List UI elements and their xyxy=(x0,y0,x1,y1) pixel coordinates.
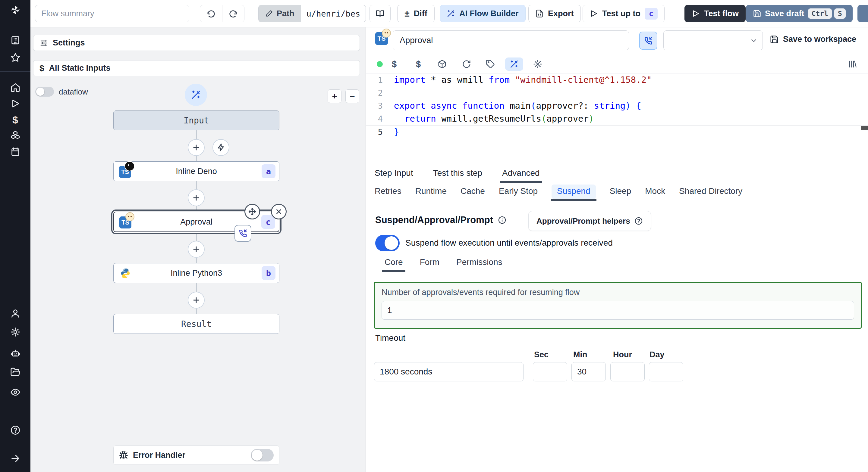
timeout-hour-input[interactable] xyxy=(610,362,645,381)
approvals-required-input[interactable] xyxy=(381,301,854,320)
save-draft-button[interactable]: Save draft CtrlS xyxy=(746,5,852,22)
info-icon[interactable] xyxy=(498,216,506,224)
tab-runtime[interactable]: Runtime xyxy=(415,186,447,201)
timeout-seconds-input[interactable] xyxy=(374,362,524,381)
docs-book-button[interactable] xyxy=(370,5,391,22)
magic-wand-active-icon[interactable] xyxy=(505,58,523,71)
refresh-icon[interactable] xyxy=(460,58,473,71)
tab-shared-directory[interactable]: Shared Directory xyxy=(679,186,742,201)
code-text: import * as wmill from "windmill-client@… xyxy=(390,73,652,87)
tab-permissions[interactable]: Permissions xyxy=(456,257,502,272)
flow-node-inline-python3[interactable]: Inline Python3 b xyxy=(113,263,279,283)
code-editor[interactable]: 1import * as wmill from "windmill-client… xyxy=(366,73,868,162)
tab-retries[interactable]: Retries xyxy=(375,186,401,201)
code-line-3[interactable]: 3export async function main(approver?: s… xyxy=(366,99,868,112)
flow-node-input[interactable]: Input xyxy=(113,110,279,130)
code-line-5[interactable]: 5} xyxy=(366,125,868,138)
sliders-icon xyxy=(39,39,48,47)
tab-sleep[interactable]: Sleep xyxy=(610,186,631,201)
add-step-button[interactable] xyxy=(188,241,205,258)
suspend-core-tabs: CoreFormPermissions xyxy=(375,255,862,272)
code-lines: 1import * as wmill from "windmill-client… xyxy=(366,73,868,138)
flow-node-result[interactable]: Result xyxy=(113,314,279,334)
tab-suspend[interactable]: Suspend xyxy=(552,184,596,199)
code-line-2[interactable]: 2 xyxy=(366,87,868,99)
editor-scrollbar[interactable] xyxy=(861,126,868,130)
error-handler-row[interactable]: Error Handler xyxy=(113,445,279,465)
expand-arrow-right-icon[interactable] xyxy=(10,453,21,464)
audit-eye-icon[interactable] xyxy=(10,386,21,398)
test-up-to-button[interactable]: Test up to c xyxy=(583,5,664,22)
move-step-button[interactable] xyxy=(244,204,260,220)
workers-robot-icon[interactable] xyxy=(10,347,21,359)
step-name-input[interactable] xyxy=(393,30,629,50)
runs-play-icon[interactable] xyxy=(10,98,21,109)
plus-minus-icon: ± xyxy=(404,8,409,19)
add-step-button[interactable] xyxy=(188,292,205,308)
workspace-building-icon[interactable] xyxy=(10,34,21,46)
sparkles-wand-icon[interactable] xyxy=(531,58,544,71)
favorites-star-icon[interactable] xyxy=(10,52,21,63)
flow-node-inline-deno[interactable]: TS Inline Deno a xyxy=(113,161,279,181)
test-flow-button[interactable]: Test flow xyxy=(684,5,746,22)
suspend-approval-indicator[interactable] xyxy=(235,225,251,242)
script-version-select[interactable] xyxy=(663,30,763,50)
add-step-button[interactable] xyxy=(188,189,205,206)
line-number: 1 xyxy=(366,73,390,87)
code-line-1[interactable]: 1import * as wmill from "windmill-client… xyxy=(366,73,868,87)
home-icon[interactable] xyxy=(10,82,21,93)
code-text: return wmill.getResumeUrls(approver) xyxy=(390,112,594,125)
redo-button[interactable] xyxy=(222,5,244,22)
tab-mock[interactable]: Mock xyxy=(645,186,665,201)
tab-early-stop[interactable]: Early Stop xyxy=(499,186,538,201)
path-button[interactable]: Path u/henri/bes xyxy=(258,5,366,22)
variables-dollar-icon[interactable]: $ xyxy=(10,114,21,126)
error-handler-toggle[interactable] xyxy=(251,449,274,462)
approval-prompt-helpers-button[interactable]: Approval/Prompt helpers xyxy=(528,211,651,231)
resources-boxes-icon[interactable] xyxy=(10,129,21,141)
timeout-sec-input[interactable] xyxy=(533,362,567,381)
timeout-min-input[interactable] xyxy=(571,362,606,381)
sidebar-divider xyxy=(0,25,30,25)
tag-icon[interactable] xyxy=(484,58,497,71)
step-id-badge: a xyxy=(261,164,276,178)
zoom-out-button[interactable]: − xyxy=(345,90,359,103)
flow-node-approval-selected[interactable]: TS Approval c xyxy=(113,212,279,232)
flow-settings-button[interactable]: Settings xyxy=(33,35,360,51)
export-button[interactable]: Export xyxy=(528,5,581,22)
tab-core[interactable]: Core xyxy=(384,257,403,272)
tab-form[interactable]: Form xyxy=(420,257,439,272)
timeout-day-input[interactable] xyxy=(649,362,683,381)
schedules-calendar-icon[interactable] xyxy=(10,146,21,158)
tab-cache[interactable]: Cache xyxy=(461,186,485,201)
undo-button[interactable] xyxy=(200,5,222,22)
help-question-icon[interactable] xyxy=(10,425,21,436)
dollar-var2-icon[interactable]: $ xyxy=(412,58,425,71)
suspend-flow-toggle[interactable] xyxy=(375,235,400,251)
settings-gear-icon[interactable] xyxy=(10,326,21,338)
deploy-button-partial[interactable] xyxy=(858,5,868,22)
ai-flow-builder-button[interactable]: AI Flow Builder xyxy=(440,5,526,22)
all-static-inputs-button[interactable]: $ All Static Inputs xyxy=(33,60,360,76)
code-line-4[interactable]: 4 return wmill.getResumeUrls(approver) xyxy=(366,112,868,125)
flow-summary-input[interactable] xyxy=(35,5,189,22)
package-box-icon[interactable] xyxy=(435,58,449,71)
dollar-var-icon[interactable]: $ xyxy=(388,58,401,71)
folders-icon[interactable] xyxy=(10,366,21,378)
windmill-logo-icon[interactable] xyxy=(10,4,21,15)
zoom-in-button[interactable]: + xyxy=(328,90,341,103)
suspend-phone-button[interactable] xyxy=(639,32,657,50)
add-step-button[interactable] xyxy=(188,139,205,156)
dataflow-toggle[interactable] xyxy=(35,87,54,97)
user-icon[interactable] xyxy=(10,308,21,319)
diff-button[interactable]: ± Diff xyxy=(397,5,435,22)
save-to-workspace-button[interactable]: Save to workspace xyxy=(770,35,856,44)
timeout-unit-label-day: Day xyxy=(650,350,664,360)
tab-step-input[interactable]: Step Input xyxy=(375,168,413,183)
library-columns-icon[interactable] xyxy=(846,58,859,71)
add-trigger-button[interactable] xyxy=(213,139,229,156)
delete-step-button[interactable] xyxy=(271,204,287,220)
tab-advanced[interactable]: Advanced xyxy=(502,168,540,183)
ai-builder-graph-button[interactable] xyxy=(185,84,207,106)
tab-test-this-step[interactable]: Test this step xyxy=(433,168,482,183)
